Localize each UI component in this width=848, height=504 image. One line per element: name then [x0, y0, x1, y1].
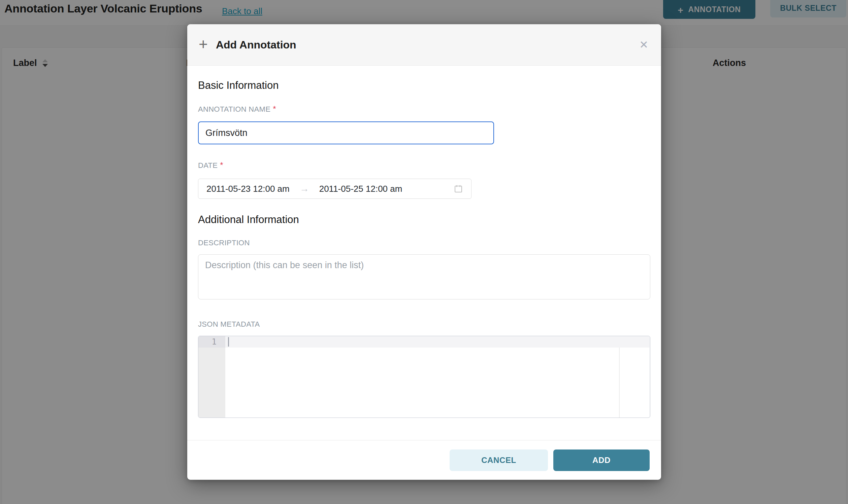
editor-print-margin [619, 336, 620, 417]
date-range-picker[interactable]: 2011-05-23 12:00 am → 2011-05-25 12:00 a… [198, 179, 471, 199]
add-annotation-modal: + Add Annotation ✕ Basic Information ANN… [187, 24, 661, 480]
modal-footer: CANCEL ADD [187, 440, 661, 480]
plus-icon: + [199, 36, 208, 52]
json-metadata-label-text: JSON METADATA [198, 320, 260, 328]
required-asterisk: * [273, 104, 276, 113]
section-basic-information: Basic Information [198, 79, 650, 91]
description-textarea[interactable] [198, 254, 650, 300]
modal-header: + Add Annotation ✕ [187, 24, 661, 66]
description-label-text: DESCRIPTION [198, 238, 250, 247]
json-metadata-editor[interactable]: 1 [198, 336, 650, 418]
cancel-button[interactable]: CANCEL [450, 450, 548, 471]
editor-code-area[interactable] [225, 336, 650, 417]
annotation-name-label: ANNOTATION NAME* [198, 104, 650, 114]
calendar-icon [454, 184, 463, 194]
close-icon[interactable]: ✕ [639, 39, 648, 50]
annotation-name-label-text: ANNOTATION NAME [198, 105, 271, 113]
editor-active-line [225, 336, 650, 347]
modal-body: Basic Information ANNOTATION NAME* DATE*… [187, 66, 661, 440]
date-label: DATE* [198, 161, 650, 170]
add-button[interactable]: ADD [553, 450, 650, 471]
arrow-right-icon: → [300, 183, 309, 194]
date-end-value[interactable]: 2011-05-25 12:00 am [319, 184, 402, 194]
editor-gutter: 1 [198, 336, 225, 417]
text-cursor [228, 337, 229, 346]
annotation-name-input[interactable] [198, 122, 494, 144]
editor-line-number: 1 [198, 336, 225, 347]
description-label: DESCRIPTION [198, 238, 650, 247]
json-metadata-label: JSON METADATA [198, 320, 650, 329]
section-additional-information: Additional Information [198, 214, 650, 226]
modal-title: Add Annotation [216, 39, 296, 51]
date-start-value[interactable]: 2011-05-23 12:00 am [206, 184, 290, 194]
required-asterisk: * [220, 161, 223, 169]
date-label-text: DATE [198, 161, 218, 169]
